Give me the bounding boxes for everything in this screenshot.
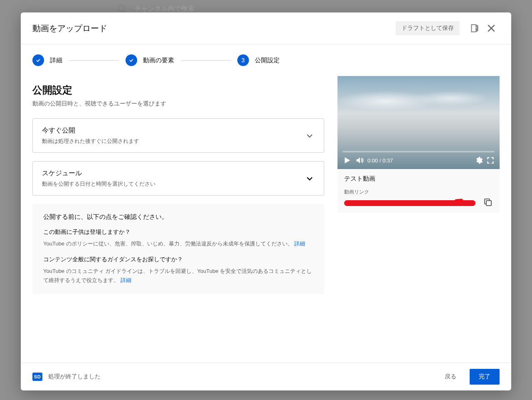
learn-more-link[interactable]: 詳細: [294, 240, 305, 247]
fullscreen-icon: [486, 156, 495, 164]
info-q2: コンテンツ全般に関するガイダンスをお探しですか？: [43, 256, 313, 263]
left-column: 公開設定 動画の公開日時と、視聴できるユーザーを選びます 今すぐ公開 動画は処理…: [32, 76, 324, 363]
modal-content: 公開設定 動画の公開日時と、視聴できるユーザーを選びます 今すぐ公開 動画は処理…: [21, 76, 511, 363]
search-placeholder: チャンネル内で検索: [135, 5, 195, 13]
right-column: 0:00 / 0:37 テスト動画 動画リンク: [337, 76, 500, 363]
option-desc: 動画を公開する日付と時間を選択してください: [42, 180, 305, 188]
option-title: 今すぐ公開: [42, 126, 305, 135]
chevron-down-icon: [305, 131, 315, 141]
step-label-2: 動画の要素: [143, 56, 174, 64]
video-time: 0:00 / 0:37: [367, 157, 393, 164]
volume-button[interactable]: [355, 156, 364, 165]
video-meta: テスト動画 動画リンク: [337, 169, 500, 213]
done-button[interactable]: 完了: [470, 369, 500, 385]
stepper: 詳細 動画の要素 3 公開設定: [21, 44, 511, 76]
footer-status: 処理が終了しました: [48, 373, 431, 380]
step-elements[interactable]: 動画の要素: [126, 54, 174, 66]
gear-icon: [475, 156, 483, 164]
step-label-3: 公開設定: [255, 56, 280, 64]
feedback-button[interactable]: [466, 20, 483, 37]
step-line: [69, 60, 119, 61]
step-visibility[interactable]: 3 公開設定: [237, 54, 280, 66]
step-circle-2: [126, 54, 137, 66]
exit-door-icon: [469, 23, 480, 34]
video-title: テスト動画: [344, 175, 493, 183]
step-circle-1: [32, 54, 44, 66]
modal-footer: SD 処理が終了しました 戻る 完了: [21, 363, 511, 390]
play-icon: [342, 156, 352, 165]
copy-icon: [483, 197, 493, 207]
step-circle-3: 3: [237, 54, 249, 66]
modal-header: 動画をアップロード ドラフトとして保存: [21, 12, 511, 44]
info-heading: 公開する前に、以下の点をご確認ください。: [43, 213, 313, 221]
section-desc: 動画の公開日時と、視聴できるユーザーを選びます: [32, 100, 324, 108]
video-link-redacted: [344, 200, 475, 206]
chevron-down-icon: [305, 174, 315, 184]
step-line: [181, 60, 231, 61]
sd-badge: SD: [32, 373, 42, 381]
fullscreen-button[interactable]: [486, 156, 495, 164]
option-desc: 動画は処理された後すぐに公開されます: [42, 137, 305, 145]
video-preview[interactable]: 0:00 / 0:37: [337, 76, 500, 169]
play-button[interactable]: [342, 156, 352, 165]
modal-title: 動画をアップロード: [32, 23, 396, 34]
info-a2: YouTube のコミュニティ ガイドラインは、トラブルを回避し、YouTube…: [43, 267, 313, 285]
option-publish-now[interactable]: 今すぐ公開 動画は処理された後すぐに公開されます: [32, 118, 324, 153]
svg-marker-4: [345, 157, 350, 164]
svg-rect-5: [486, 201, 491, 206]
learn-more-link[interactable]: 詳細: [121, 277, 131, 283]
option-title: スケジュール: [42, 169, 305, 178]
video-link-label: 動画リンク: [344, 189, 493, 196]
pre-publish-checks: 公開する前に、以下の点をご確認ください。 この動画に子供は登場しますか？ You…: [32, 204, 324, 294]
save-draft-button[interactable]: ドラフトとして保存: [396, 21, 460, 35]
back-button[interactable]: 戻る: [437, 369, 464, 385]
info-a1: YouTube のポリシーに従い、危害、搾取、いじめ、暴力、労働法違反から未成年…: [43, 239, 313, 248]
close-icon: [486, 23, 497, 34]
info-q1: この動画に子供は登場しますか？: [43, 228, 313, 236]
copy-link-button[interactable]: [483, 197, 493, 209]
step-label-1: 詳細: [50, 56, 62, 64]
video-controls: 0:00 / 0:37: [337, 152, 500, 169]
option-schedule[interactable]: スケジュール 動画を公開する日付と時間を選択してください: [32, 161, 324, 196]
section-title: 公開設定: [32, 83, 324, 97]
settings-button[interactable]: [475, 156, 483, 164]
svg-point-0: [118, 5, 124, 11]
check-icon: [128, 57, 134, 63]
check-icon: [35, 57, 41, 63]
upload-modal: 動画をアップロード ドラフトとして保存 詳細 動画の要素 3 公開設定: [21, 12, 511, 390]
volume-icon: [355, 156, 364, 165]
close-button[interactable]: [483, 20, 500, 37]
step-details[interactable]: 詳細: [32, 54, 62, 66]
